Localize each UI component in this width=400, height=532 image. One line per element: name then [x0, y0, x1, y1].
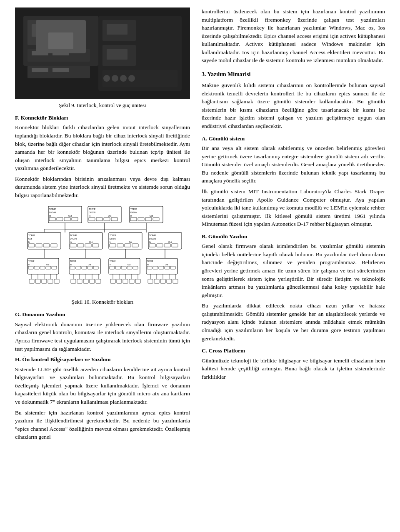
svg-rect-163 [154, 279, 159, 283]
svg-text:Out: Out [108, 215, 112, 217]
svg-rect-95 [28, 266, 33, 269]
svg-text:In: In [70, 241, 72, 243]
svg-rect-68 [92, 244, 99, 247]
section-g-para: Sayısal elektronik donanımı üzerine yükl… [15, 320, 190, 353]
svg-text:TCP/IP: TCP/IP [89, 208, 96, 210]
svg-text:In: In [70, 264, 72, 266]
svg-point-20 [128, 75, 135, 82]
svg-rect-160 [129, 279, 134, 283]
svg-rect-157 [110, 279, 115, 283]
svg-rect-13 [52, 68, 69, 72]
svg-text:TCP/IP: TCP/IP [28, 260, 35, 262]
svg-rect-28 [64, 217, 70, 221]
svg-rect-11 [32, 68, 48, 72]
right-top-para1: kontrollerini üstlenecek olan bu sistem … [202, 7, 385, 65]
page: Şekil 9. Interlock, kontrol ve güç ünite… [0, 0, 400, 454]
svg-text:Out: Out [129, 241, 132, 243]
section-f-heading: F. Konnektör Blokları [15, 114, 190, 122]
svg-rect-107 [88, 266, 92, 269]
svg-rect-35 [89, 217, 95, 221]
svg-text:Out: Out [88, 264, 91, 266]
svg-rect-150 [48, 279, 53, 283]
photo-image [15, 7, 190, 99]
svg-rect-162 [148, 279, 153, 283]
svg-rect-165 [167, 279, 172, 283]
svg-rect-3 [32, 24, 57, 37]
svg-rect-166 [173, 279, 178, 283]
svg-rect-156 [96, 279, 101, 283]
svg-rect-125 [165, 266, 170, 269]
svg-rect-113 [110, 266, 115, 269]
svg-text:DI/O/AI: DI/O/AI [89, 211, 95, 214]
svg-rect-4 [36, 28, 48, 35]
svg-rect-27 [57, 217, 63, 221]
svg-rect-38 [111, 217, 118, 221]
subsec-b-para2: Bu yazılımlarda dikkat edilecek nokta ci… [202, 302, 385, 342]
svg-rect-59 [51, 244, 57, 247]
svg-text:TCP/IP: TCP/IP [70, 234, 77, 237]
subsec-a-para2: İlk gömülü sistem MIT Instrumentation La… [202, 187, 385, 228]
svg-rect-155 [90, 279, 95, 283]
svg-text:In: In [28, 264, 30, 266]
svg-rect-85 [164, 244, 170, 247]
svg-rect-46 [145, 217, 152, 221]
section-3-para: Makine güvenlik kilidi sistemi cihazları… [202, 81, 385, 130]
svg-rect-154 [83, 279, 88, 283]
figure10-caption: Şekil 10. Konnektör blokları [15, 298, 190, 306]
section-3-heading: 3. Yazılım Mimarisi [202, 70, 385, 79]
svg-rect-108 [93, 266, 98, 269]
svg-text:Out: Out [89, 241, 93, 243]
svg-rect-65 [70, 244, 76, 247]
figure9-caption: Şekil 9. Interlock, kontrol ve güç ünite… [15, 102, 190, 110]
svg-text:TCP/IP: TCP/IP [149, 234, 156, 237]
svg-rect-98 [46, 266, 51, 269]
svg-rect-164 [160, 279, 165, 283]
svg-text:Out: Out [128, 264, 131, 266]
svg-rect-122 [147, 266, 152, 269]
svg-rect-45 [138, 217, 144, 221]
section-h-para1: Sistemde LLRF gibi özellik arzeden cihaz… [15, 365, 190, 406]
svg-point-19 [120, 75, 127, 82]
svg-text:Out: Out [28, 237, 32, 240]
svg-rect-57 [36, 244, 42, 247]
two-column-layout: Şekil 9. Interlock, kontrol ve güç ünite… [15, 7, 385, 444]
svg-text:TCP/IP: TCP/IP [130, 208, 138, 210]
svg-rect-152 [71, 279, 76, 283]
svg-rect-86 [172, 244, 178, 247]
svg-text:TCP/IP: TCP/IP [147, 260, 153, 262]
svg-text:In: In [110, 241, 111, 243]
svg-rect-36 [96, 217, 102, 221]
svg-rect-26 [49, 217, 55, 221]
connector-diagram: TCP/IP DI/O/AI In Out TCP/IP DI/O/AI In … [15, 204, 190, 296]
svg-text:DI/O/AI: DI/O/AI [110, 237, 116, 240]
svg-text:In: In [149, 241, 151, 243]
svg-rect-44 [130, 217, 137, 221]
svg-rect-75 [117, 244, 123, 247]
svg-rect-159 [123, 279, 128, 283]
svg-rect-123 [153, 266, 158, 269]
svg-text:TCP/IP: TCP/IP [28, 234, 35, 237]
svg-rect-56 [28, 244, 35, 247]
svg-rect-66 [78, 244, 84, 247]
section-g-heading: G. Donanım Yazılımı [15, 310, 190, 319]
diagram-svg: TCP/IP DI/O/AI In Out TCP/IP DI/O/AI In … [23, 204, 182, 296]
svg-rect-83 [149, 244, 155, 247]
svg-rect-77 [132, 244, 138, 247]
svg-rect-161 [135, 279, 140, 283]
svg-rect-97 [40, 266, 45, 269]
subsec-c-heading: C. Cross Platform [202, 347, 385, 355]
svg-text:TCP/IP: TCP/IP [110, 234, 117, 237]
section-f-para1: Konnektör blokları farklı cihazlardan ge… [15, 123, 190, 172]
svg-rect-12 [52, 51, 69, 55]
svg-rect-124 [159, 266, 164, 269]
svg-text:In: In [89, 215, 90, 217]
svg-rect-58 [43, 244, 50, 247]
subsec-c-para: Günümüzde teknoloji ile birlikte bilgisa… [202, 357, 385, 381]
svg-rect-115 [121, 266, 126, 269]
svg-rect-76 [125, 244, 131, 247]
svg-text:In: In [28, 241, 30, 243]
svg-rect-7 [107, 24, 128, 35]
svg-text:In: In [130, 215, 132, 217]
section-h-para2: Bu sistemler için hazırlanan kontrol yaz… [15, 409, 190, 441]
svg-rect-106 [82, 266, 87, 269]
